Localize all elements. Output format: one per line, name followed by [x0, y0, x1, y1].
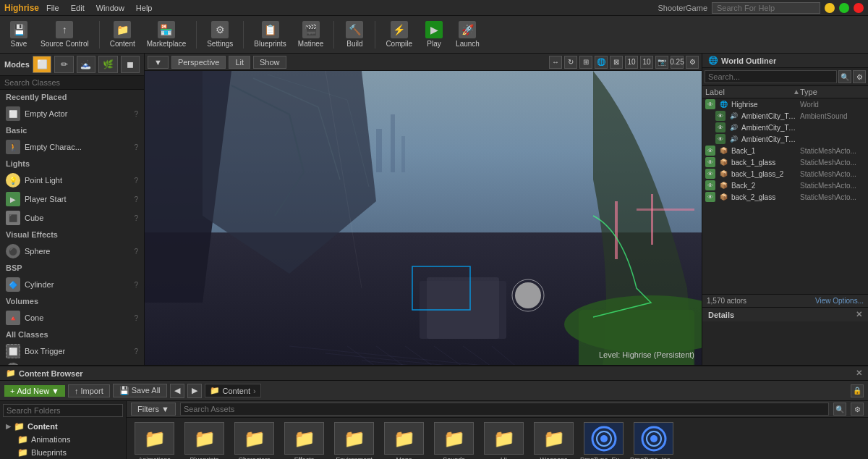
- visibility-icon[interactable]: 👁: [705, 146, 715, 156]
- foliage-mode-button[interactable]: 🌿: [98, 56, 117, 73]
- assets-search-icon[interactable]: 🔍: [833, 403, 846, 416]
- paint-mode-button[interactable]: ✏: [54, 56, 73, 73]
- show-button[interactable]: Show: [253, 56, 286, 69]
- asset-sounds[interactable]: 📁 Sounds: [430, 422, 477, 459]
- lights-section[interactable]: Lights: [0, 156, 144, 171]
- asset-effects[interactable]: 📁 Effects: [281, 422, 328, 459]
- build-button[interactable]: 🔨 Build: [340, 20, 369, 49]
- box-trigger-item[interactable]: ⬜ Box Trigger ?: [0, 342, 144, 361]
- empty-character-item[interactable]: 🚶 Empty Charac... ?: [0, 138, 144, 156]
- assets-settings-icon[interactable]: ⚙: [851, 403, 864, 416]
- marketplace-button[interactable]: 🏪 Marketplace: [142, 20, 190, 49]
- volumes-section[interactable]: Volumes: [0, 294, 144, 308]
- maximize-button[interactable]: [839, 3, 849, 13]
- visual-effects-section[interactable]: Visual Effects: [0, 227, 144, 242]
- outliner-settings-button[interactable]: ⚙: [853, 70, 866, 83]
- blueprints-button[interactable]: 📋 Blueprints: [250, 20, 290, 49]
- zoom-value[interactable]: 0.25: [671, 56, 684, 69]
- scale-icon[interactable]: ⊞: [579, 56, 592, 69]
- folder-search-input[interactable]: [3, 404, 123, 417]
- outliner-search-input[interactable]: [705, 70, 837, 83]
- search-classes-input[interactable]: [0, 76, 144, 90]
- compile-button[interactable]: ⚡ Compile: [381, 20, 417, 49]
- landscape-mode-button[interactable]: 🗻: [77, 56, 95, 73]
- camera-icon[interactable]: 📷: [655, 56, 668, 69]
- matinee-button[interactable]: 🎬 Matinee: [294, 20, 328, 49]
- asset-dmgtype-explosion[interactable]: DmgType_Explosion: [580, 422, 627, 459]
- viewport[interactable]: X Y Z Level: Highrise (Persistent): [145, 71, 702, 365]
- outliner-item-back2glass[interactable]: 👁 📦 back_2_glass StaticMeshActo...: [702, 191, 868, 203]
- menu-window[interactable]: Window: [96, 4, 124, 12]
- viewport-dropdown-button[interactable]: ▼: [148, 56, 169, 69]
- angle-value[interactable]: 10: [640, 56, 653, 69]
- add-new-button[interactable]: + Add New ▼: [4, 385, 65, 397]
- save-button[interactable]: 💾 Save: [4, 20, 33, 49]
- details-close-icon[interactable]: ✕: [856, 310, 862, 319]
- asset-characters[interactable]: 📁 Characters: [231, 422, 278, 459]
- outliner-item-back1glass[interactable]: 👁 📦 back_1_glass StaticMeshActo...: [702, 156, 868, 168]
- asset-blueprints[interactable]: 📁 Blueprints: [181, 422, 228, 459]
- empty-actor-item[interactable]: ⬜ Empty Actor ?: [0, 104, 144, 123]
- bsp-section[interactable]: BSP: [0, 261, 144, 275]
- back-nav-button[interactable]: ◀: [170, 384, 184, 398]
- perspective-button[interactable]: Perspective: [171, 56, 226, 69]
- minimize-button[interactable]: [825, 3, 835, 13]
- assets-search-input[interactable]: [180, 403, 829, 416]
- settings-button[interactable]: ⚙ Settings: [203, 20, 237, 49]
- outliner-item-ambient2[interactable]: 👁 🔊 AmbientCity_TypeC_Stereo_{AmbientSou…: [702, 122, 868, 133]
- col-type-header[interactable]: Type: [800, 88, 865, 96]
- outliner-item-back2[interactable]: 👁 📦 Back_2 StaticMeshActo...: [702, 180, 868, 191]
- view-options-button[interactable]: View Options...: [815, 297, 864, 305]
- content-button[interactable]: 📁 Content: [106, 20, 140, 49]
- outliner-item-highrise[interactable]: 👁 🌐 Highrise World: [702, 98, 868, 110]
- settings-vp-icon[interactable]: ⚙: [686, 56, 699, 69]
- visibility-icon[interactable]: 👁: [715, 111, 726, 121]
- asset-environment[interactable]: 📁 Environment: [331, 422, 378, 459]
- player-start-item[interactable]: ▶ Player Start ?: [0, 190, 144, 209]
- asset-dmgtype-instant[interactable]: DmgType_Instant: [630, 422, 677, 459]
- outliner-item-back1glass2[interactable]: 👁 📦 back_1_glass_2 StaticMeshActo...: [702, 168, 868, 180]
- content-lock-button[interactable]: 🔒: [851, 384, 864, 397]
- point-light-item[interactable]: 💡 Point Light ?: [0, 171, 144, 190]
- place-mode-button[interactable]: ⬜: [33, 56, 51, 73]
- content-browser-close-icon[interactable]: ✕: [856, 369, 862, 378]
- menu-edit[interactable]: Edit: [71, 4, 85, 12]
- cone-item[interactable]: 🔺 Cone ?: [0, 308, 144, 327]
- launch-button[interactable]: 🚀 Launch: [451, 20, 484, 49]
- grid-value[interactable]: 10: [625, 56, 638, 69]
- filters-button[interactable]: Filters ▼: [131, 403, 176, 416]
- lit-button[interactable]: Lit: [229, 56, 250, 69]
- help-search-input[interactable]: [712, 2, 820, 14]
- folder-blueprints[interactable]: 📁 Blueprints: [3, 446, 123, 459]
- recently-placed-section[interactable]: Recently Placed: [0, 90, 144, 104]
- visibility-icon[interactable]: 👁: [705, 192, 715, 202]
- col-label-header[interactable]: Label: [705, 88, 793, 96]
- play-button[interactable]: ▶ Play: [420, 20, 448, 49]
- basic-section[interactable]: Basic: [0, 123, 144, 138]
- forward-nav-button[interactable]: ▶: [187, 384, 202, 398]
- outliner-search-button[interactable]: 🔍: [838, 70, 851, 83]
- asset-ui[interactable]: 📁 UI: [480, 422, 527, 459]
- visibility-icon[interactable]: 👁: [705, 180, 715, 190]
- visibility-icon[interactable]: 👁: [705, 169, 715, 179]
- menu-file[interactable]: File: [46, 4, 59, 12]
- save-all-button[interactable]: 💾 Save All: [113, 384, 167, 397]
- asset-maps[interactable]: 📁 Maps: [380, 422, 427, 459]
- asset-weapons[interactable]: 📁 Weapons: [530, 422, 577, 459]
- source-control-button[interactable]: ↑ Source Control: [36, 20, 93, 49]
- visibility-icon[interactable]: 👁: [705, 99, 715, 109]
- cylinder-item[interactable]: 🔷 Cylinder ?: [0, 275, 144, 294]
- outliner-item-ambient1[interactable]: 👁 🔊 AmbientCity_TypeC_Stereo AmbientSoun…: [702, 110, 868, 122]
- sphere-item[interactable]: ⚫ Sphere ?: [0, 242, 144, 261]
- sphere-trigger-item[interactable]: ⚫ Sphere Trigg... ?: [0, 361, 144, 365]
- close-button[interactable]: [854, 3, 864, 13]
- all-classes-section[interactable]: All Classes: [0, 327, 144, 342]
- visibility-icon[interactable]: 👁: [705, 157, 715, 167]
- visibility-icon[interactable]: 👁: [715, 134, 726, 144]
- rotate-icon[interactable]: ↻: [564, 56, 577, 69]
- world-icon[interactable]: 🌐: [595, 56, 608, 69]
- import-button[interactable]: ↑ Import: [68, 384, 110, 397]
- geometry-mode-button[interactable]: ◼: [121, 56, 140, 73]
- cube-item[interactable]: ⬛ Cube ?: [0, 209, 144, 227]
- menu-help[interactable]: Help: [136, 4, 153, 12]
